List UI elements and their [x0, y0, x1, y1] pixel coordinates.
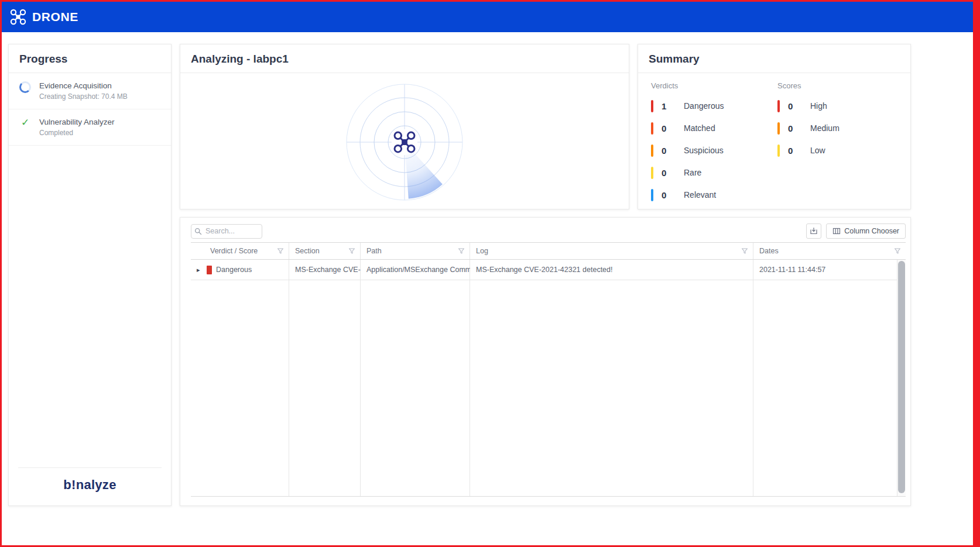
score-label: Medium	[810, 123, 839, 133]
column-header-label: Verdict / Score	[210, 247, 258, 255]
analyzing-panel: Analyzing - labpc1	[180, 44, 629, 209]
verdict-label: Matched	[684, 123, 715, 133]
verdict-label: Suspicious	[684, 146, 724, 155]
score-color-bar	[777, 122, 780, 135]
verdict-cell-text: Dangerous	[216, 266, 252, 274]
verdict-severity-bar	[207, 266, 212, 274]
column-header-label: Log	[476, 247, 488, 255]
verdicts-column: Verdicts 1 Dangerous 0 Matched 0 Suspici…	[651, 78, 777, 211]
verdict-label: Rare	[684, 168, 701, 177]
progress-panel: Progress Evidence Acquisition Creating S…	[8, 44, 172, 506]
filter-icon[interactable]	[741, 247, 748, 254]
column-header-path[interactable]: Path	[361, 243, 470, 259]
score-count: 0	[788, 146, 803, 156]
radar-graphic	[342, 80, 467, 204]
drone-logo: DRONE	[9, 8, 78, 26]
column-header-section[interactable]: Section	[289, 243, 361, 259]
verdict-item-dangerous: 1 Dangerous	[651, 99, 777, 112]
score-label: High	[810, 101, 827, 111]
score-count: 0	[788, 101, 803, 111]
verdict-color-bar	[651, 189, 653, 201]
date-cell: 2021-11-11 11:44:57	[753, 266, 897, 274]
scores-column: Scores 0 High 0 Medium 0 Low	[777, 78, 910, 211]
verdict-color-bar	[651, 122, 653, 135]
column-chooser-button[interactable]: Column Chooser	[826, 223, 906, 239]
summary-panel: Summary Verdicts 1 Dangerous 0 Matched 0…	[638, 44, 911, 209]
progress-footer: b!nalyze	[18, 467, 162, 505]
search-box	[191, 224, 262, 239]
results-grid: Verdict / Score Section Path Log Dates	[191, 242, 906, 497]
verdict-count: 1	[662, 101, 677, 111]
column-header-label: Dates	[759, 247, 779, 255]
progress-item-status: Completed	[39, 128, 115, 138]
column-header-label: Section	[295, 247, 320, 255]
column-header-label: Path	[366, 247, 382, 255]
verdict-color-bar	[651, 100, 653, 112]
score-count: 0	[788, 123, 803, 133]
expand-chevron-icon[interactable]: ▸	[197, 266, 203, 274]
column-header-verdict-score[interactable]: Verdict / Score	[191, 243, 289, 259]
radar-animation	[180, 73, 629, 211]
scrollbar-thumb[interactable]	[898, 261, 905, 493]
verdict-count: 0	[662, 168, 677, 178]
score-label: Low	[810, 146, 825, 155]
progress-title: Progress	[9, 44, 171, 73]
loading-spinner-icon	[18, 80, 32, 93]
verdict-count: 0	[662, 123, 677, 133]
verdict-item-matched: 0 Matched	[651, 122, 777, 135]
path-cell: Application/MSExchange Commo...	[361, 266, 470, 274]
score-item-low: 0 Low	[777, 144, 910, 157]
score-item-medium: 0 Medium	[777, 122, 910, 135]
verdict-color-bar	[651, 145, 653, 157]
verdict-color-bar	[651, 167, 653, 179]
table-row[interactable]: ▸ Dangerous MS-Exchange CVE-2... Applica…	[191, 260, 897, 280]
filter-icon[interactable]	[894, 247, 901, 254]
export-button[interactable]	[806, 223, 821, 239]
app-title: DRONE	[32, 10, 78, 24]
app-header: DRONE	[2, 2, 973, 32]
progress-item-status: Creating Snapshot: 70.4 MB	[39, 92, 128, 102]
grid-toolbar: Column Chooser	[191, 223, 906, 239]
progress-item-vulnerability-analyzer: ✓ Vulnerability Analyzer Completed	[9, 109, 171, 146]
summary-title: Summary	[638, 44, 910, 73]
filter-icon[interactable]	[458, 247, 465, 254]
verdicts-heading: Verdicts	[651, 81, 777, 90]
score-color-bar	[777, 145, 780, 157]
column-chooser-label: Column Chooser	[844, 227, 899, 235]
score-color-bar	[777, 100, 780, 112]
verdict-label: Dangerous	[684, 101, 724, 111]
filter-icon[interactable]	[348, 247, 355, 254]
results-grid-panel: Column Chooser Verdict / Score Section P…	[180, 217, 911, 506]
analyzing-title: Analyzing - labpc1	[180, 44, 629, 73]
score-item-high: 0 High	[777, 99, 910, 112]
column-header-dates[interactable]: Dates	[753, 243, 906, 259]
column-header-log[interactable]: Log	[470, 243, 753, 259]
export-icon	[810, 227, 818, 235]
verdict-cell: ▸ Dangerous	[191, 266, 289, 274]
log-cell: MS-Exchange CVE-2021-42321 detected!	[470, 266, 753, 274]
grid-column-separators	[191, 260, 897, 496]
verdict-item-suspicious: 0 Suspicious	[651, 144, 777, 157]
verdict-count: 0	[662, 146, 677, 156]
binalyze-logo: b!nalyze	[18, 477, 162, 493]
verdict-item-relevant: 0 Relevant	[651, 188, 777, 201]
column-chooser-icon	[832, 227, 841, 235]
progress-item-label: Vulnerability Analyzer	[39, 116, 115, 128]
filter-icon[interactable]	[277, 247, 284, 254]
verdict-count: 0	[662, 190, 677, 200]
grid-vertical-scrollbar[interactable]	[897, 260, 906, 496]
scores-heading: Scores	[777, 81, 910, 90]
grid-body: ▸ Dangerous MS-Exchange CVE-2... Applica…	[191, 260, 906, 497]
search-icon	[194, 228, 202, 235]
progress-item-evidence-acquisition: Evidence Acquisition Creating Snapshot: …	[9, 73, 171, 109]
progress-item-label: Evidence Acquisition	[39, 80, 128, 92]
drone-logo-icon	[9, 8, 27, 26]
verdict-item-rare: 0 Rare	[651, 166, 777, 179]
check-icon: ✓	[21, 118, 29, 128]
section-cell: MS-Exchange CVE-2...	[289, 266, 361, 274]
verdict-label: Relevant	[684, 190, 716, 199]
grid-header-row: Verdict / Score Section Path Log Dates	[191, 242, 906, 260]
